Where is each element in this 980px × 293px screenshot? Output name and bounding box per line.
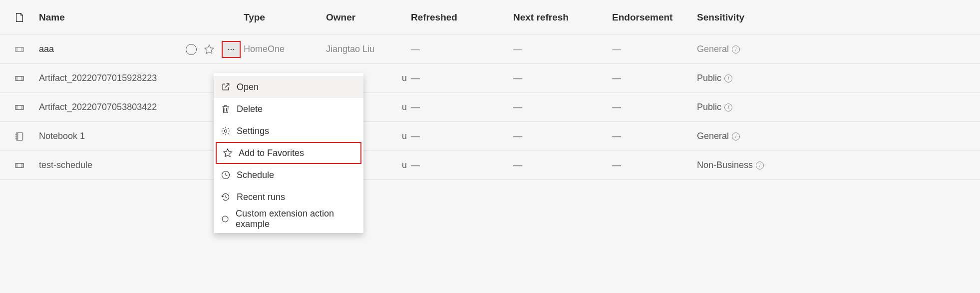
table-row[interactable]: Notebook 1 u — — — General i <box>0 122 980 151</box>
menu-item-open[interactable]: Open <box>214 76 363 98</box>
row-name[interactable]: test-schedule <box>39 160 176 170</box>
row-type-icon <box>0 102 39 112</box>
row-next-refresh: — <box>513 73 612 84</box>
clock-icon <box>221 170 231 180</box>
row-refreshed: — <box>411 44 513 54</box>
row-endorsement: — <box>612 131 697 142</box>
row-name[interactable]: Artifact_20220707015928223 <box>39 73 176 84</box>
artifact-table: Name Type Owner Refreshed Next refresh E… <box>0 0 980 180</box>
row-owner: Jiangtao Liu <box>326 44 411 54</box>
row-endorsement: — <box>612 160 697 170</box>
star-icon[interactable] <box>204 44 215 55</box>
row-endorsement: — <box>612 73 697 84</box>
more-icon <box>226 44 236 54</box>
menu-item-custom-extension[interactable]: Custom extension action example <box>214 208 363 230</box>
header-endorsement[interactable]: Endorsement <box>612 12 697 23</box>
header-next-refresh[interactable]: Next refresh <box>513 12 612 23</box>
pipeline-icon <box>14 74 24 84</box>
menu-item-settings[interactable]: Settings <box>214 120 363 142</box>
gear-icon <box>221 126 231 136</box>
info-icon[interactable]: i <box>756 162 764 170</box>
select-radio[interactable] <box>186 44 197 55</box>
page-icon <box>14 12 25 24</box>
svg-point-7 <box>233 48 235 50</box>
history-icon <box>221 192 231 202</box>
svg-point-5 <box>228 48 230 50</box>
menu-label: Open <box>237 82 259 92</box>
sensitivity-label: Public <box>697 102 721 112</box>
row-type-icon <box>0 132 39 142</box>
menu-label: Delete <box>237 104 263 114</box>
menu-item-delete[interactable]: Delete <box>214 98 363 120</box>
row-refreshed: — <box>411 102 513 112</box>
info-icon[interactable]: i <box>732 132 740 140</box>
table-row[interactable]: Artifact_20220707015928223 u — — — Publi… <box>0 64 980 93</box>
menu-label: Add to Favorites <box>239 148 304 158</box>
row-sensitivity: Public i <box>697 73 797 84</box>
menu-item-schedule[interactable]: Schedule <box>214 164 363 186</box>
menu-item-recent-runs[interactable]: Recent runs <box>214 186 363 208</box>
header-refreshed[interactable]: Refreshed <box>411 12 513 23</box>
row-name[interactable]: Notebook 1 <box>39 131 176 142</box>
row-next-refresh: — <box>513 160 612 170</box>
header-icon-cell <box>0 12 39 24</box>
info-icon[interactable]: i <box>724 104 732 112</box>
table-row[interactable]: Artifact_20220707053803422 u — — — Publi… <box>0 93 980 122</box>
header-type[interactable]: Type <box>244 12 326 23</box>
row-type-icon <box>0 160 39 170</box>
row-next-refresh: — <box>513 102 612 112</box>
row-sensitivity: Non-Business i <box>697 160 797 170</box>
open-icon <box>221 82 231 92</box>
menu-label: Custom extension action example <box>236 208 356 230</box>
circle-icon <box>221 214 230 224</box>
row-actions <box>176 41 244 58</box>
row-sensitivity: Public i <box>697 102 797 112</box>
trash-icon <box>221 104 231 114</box>
info-icon[interactable]: i <box>724 74 732 82</box>
pipeline-icon <box>14 102 24 112</box>
svg-point-6 <box>231 48 232 50</box>
pipeline-icon <box>14 44 24 54</box>
row-endorsement: — <box>612 102 697 112</box>
header-sensitivity[interactable]: Sensitivity <box>697 12 797 23</box>
row-refreshed: — <box>411 160 513 170</box>
row-next-refresh: — <box>513 131 612 142</box>
row-type-icon <box>0 74 39 84</box>
table-row[interactable]: test-schedule u — — — Non-Business i <box>0 151 980 180</box>
notebook-icon <box>14 132 24 142</box>
row-refreshed: — <box>411 73 513 84</box>
menu-label: Settings <box>237 126 269 136</box>
pipeline-icon <box>14 160 24 170</box>
row-sensitivity: General i <box>697 131 797 142</box>
menu-label: Recent runs <box>237 192 285 202</box>
row-sensitivity: General i <box>697 44 797 54</box>
row-name[interactable]: Artifact_20220707053803422 <box>39 102 176 112</box>
sensitivity-label: Non-Business <box>697 160 753 170</box>
sensitivity-label: Public <box>697 73 721 84</box>
table-row[interactable]: aaa HomeOne Jiangtao Liu — — — General i <box>0 35 980 64</box>
sensitivity-label: General <box>697 44 729 54</box>
row-name[interactable]: aaa <box>39 44 176 54</box>
row-next-refresh: — <box>513 44 612 54</box>
header-owner[interactable]: Owner <box>326 12 411 23</box>
context-menu: Open Delete Settings Add to Favorites Sc… <box>214 73 363 233</box>
table-header-row: Name Type Owner Refreshed Next refresh E… <box>0 0 980 35</box>
sensitivity-label: General <box>697 131 729 142</box>
row-type-icon <box>0 44 39 54</box>
menu-item-add-favorites[interactable]: Add to Favorites <box>216 142 361 164</box>
star-icon <box>223 148 233 158</box>
header-name[interactable]: Name <box>39 12 176 23</box>
row-type: HomeOne <box>244 44 326 54</box>
menu-label: Schedule <box>237 170 274 180</box>
row-refreshed: — <box>411 131 513 142</box>
more-options-button[interactable] <box>222 41 241 58</box>
row-endorsement: — <box>612 44 697 54</box>
info-icon[interactable]: i <box>732 46 740 54</box>
